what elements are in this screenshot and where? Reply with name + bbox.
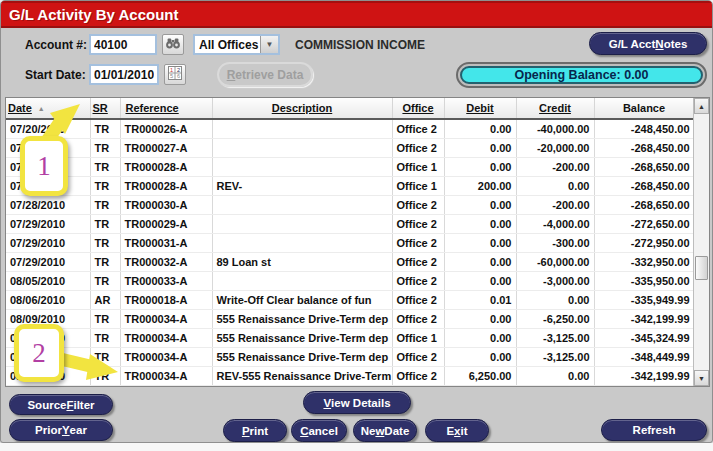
cell-office: Office 2 xyxy=(392,290,444,309)
vertical-scrollbar[interactable]: ▲ ▼ xyxy=(693,98,709,386)
exit-button[interactable]: Exit xyxy=(425,419,489,442)
retrieve-data-button[interactable]: Retrieve Data xyxy=(217,62,313,87)
binoculars-icon xyxy=(165,37,181,52)
title-bar: G/L Activity By Account xyxy=(1,1,712,28)
cell-reference: TR000030-A xyxy=(120,195,212,214)
cell-reference: TR000018-A xyxy=(120,290,212,309)
refresh-button[interactable]: Refresh xyxy=(601,419,707,441)
cell-sr: TR xyxy=(90,176,120,195)
table-row[interactable]: 07/29/2010TRTR000032-A89 Loan stOffice 2… xyxy=(6,252,694,271)
grid-table: Date▲ SR Reference Description Office De… xyxy=(6,98,695,386)
cell-sr: TR xyxy=(90,214,120,233)
new-date-button[interactable]: New Date xyxy=(353,419,417,442)
cell-description: 555 Renaissance Drive-Term dep xyxy=(212,328,392,347)
cell-date: 07/29/2010 xyxy=(6,252,90,271)
scrollbar-thumb[interactable] xyxy=(695,256,708,280)
column-header-reference[interactable]: Reference xyxy=(120,98,212,119)
cell-balance: -248,450.00 xyxy=(594,119,694,138)
cancel-button[interactable]: Cancel xyxy=(291,419,347,442)
grid-body: 07/20/2010TRTR000026-AOffice 20.00-40,00… xyxy=(6,119,694,385)
scroll-down-button[interactable]: ▼ xyxy=(694,370,709,386)
cell-description xyxy=(212,233,392,252)
cell-date: 08/06/2010 xyxy=(6,290,90,309)
cell-reference: TR000028-A xyxy=(120,176,212,195)
cell-sr: TR xyxy=(90,157,120,176)
cell-balance: -345,324.99 xyxy=(594,328,694,347)
column-header-office[interactable]: Office xyxy=(392,98,444,119)
table-row[interactable]: 08/09/2010TRTR000034-A555 Renaissance Dr… xyxy=(6,328,694,347)
table-row[interactable]: 08/09/2010TRTR000034-AREV-555 Renaissanc… xyxy=(6,366,694,385)
prior-year-button[interactable]: Prior Year xyxy=(9,419,113,441)
table-row[interactable]: 08/05/2010TRTR000033-AOffice 20.00-3,000… xyxy=(6,271,694,290)
cell-office: Office 2 xyxy=(392,138,444,157)
cell-sr: TR xyxy=(90,252,120,271)
column-header-balance[interactable]: Balance xyxy=(594,98,694,119)
cell-reference: TR000028-A xyxy=(120,157,212,176)
grid-header-row: Date▲ SR Reference Description Office De… xyxy=(6,98,694,119)
cell-description: Write-Off Clear balance of fun xyxy=(212,290,392,309)
cell-office: Office 2 xyxy=(392,195,444,214)
cell-date: 07/28/2010 xyxy=(6,195,90,214)
scroll-up-button[interactable]: ▲ xyxy=(694,98,709,114)
callout-1-number: 1 xyxy=(37,151,51,182)
cell-reference: TR000034-A xyxy=(120,309,212,328)
cell-reference: TR000027-A xyxy=(120,138,212,157)
table-row[interactable]: 08/09/2010TRTR000034-A555 Renaissance Dr… xyxy=(6,347,694,366)
table-row[interactable]: 07/21/2010TRTR000027-AOffice 20.00-20,00… xyxy=(6,138,694,157)
cell-sr: TR xyxy=(90,138,120,157)
table-row[interactable]: 08/06/2010ARTR000018-AWrite-Off Clear ba… xyxy=(6,290,694,309)
cell-sr: TR xyxy=(90,328,120,347)
account-name-text: COMMISSION INCOME xyxy=(295,38,425,52)
table-row[interactable]: 07/26/2010TRTR000028-AOffice 10.00-200.0… xyxy=(6,157,694,176)
cell-debit: 0.01 xyxy=(444,290,516,309)
table-row[interactable]: 07/20/2010TRTR000026-AOffice 20.00-40,00… xyxy=(6,119,694,138)
cell-reference: TR000034-A xyxy=(120,328,212,347)
chevron-down-icon: ▼ xyxy=(260,36,278,53)
cell-credit: -4,000.00 xyxy=(516,214,594,233)
cell-balance: -268,450.00 xyxy=(594,138,694,157)
cell-credit: -60,000.00 xyxy=(516,252,594,271)
cell-debit: 0.00 xyxy=(444,214,516,233)
start-date-input[interactable] xyxy=(89,64,159,85)
column-header-debit[interactable]: Debit xyxy=(444,98,516,119)
svg-text:6: 6 xyxy=(177,73,180,79)
cell-balance: -335,950.00 xyxy=(594,271,694,290)
cell-credit: 0.00 xyxy=(516,366,594,385)
print-button[interactable]: Print xyxy=(223,419,287,442)
cell-sr: TR xyxy=(90,309,120,328)
cell-balance: -342,199.99 xyxy=(594,309,694,328)
table-row[interactable]: 07/29/2010TRTR000029-AOffice 20.00-4,000… xyxy=(6,214,694,233)
triangle-up-icon: ▲ xyxy=(698,103,705,110)
opening-balance-text: Opening Balance: 0.00 xyxy=(460,66,703,84)
cell-office: Office 2 xyxy=(392,366,444,385)
column-header-sr[interactable]: SR xyxy=(90,98,120,119)
cell-debit: 0.00 xyxy=(444,271,516,290)
cell-description xyxy=(212,119,392,138)
svg-text:1: 1 xyxy=(170,67,173,73)
view-details-button[interactable]: View Details xyxy=(303,391,411,414)
cell-sr: TR xyxy=(90,195,120,214)
table-row[interactable]: 07/28/2010TRTR000030-AOffice 20.00-200.0… xyxy=(6,195,694,214)
cell-reference: TR000031-A xyxy=(120,233,212,252)
cell-office: Office 1 xyxy=(392,328,444,347)
column-header-date[interactable]: Date▲ xyxy=(6,98,90,119)
table-row[interactable]: 07/26/2010TRTR000028-AREV-Office 1200.00… xyxy=(6,176,694,195)
opening-balance-badge: Opening Balance: 0.00 xyxy=(456,62,707,88)
cell-credit: -6,250.00 xyxy=(516,309,594,328)
account-lookup-button[interactable] xyxy=(162,34,184,55)
column-header-description[interactable]: Description xyxy=(212,98,392,119)
cell-description: REV- xyxy=(212,176,392,195)
callout-2-number: 2 xyxy=(32,338,46,369)
calendar-picker-button[interactable]: 1 2 5 6 xyxy=(164,64,186,85)
column-header-credit[interactable]: Credit xyxy=(516,98,594,119)
account-input[interactable] xyxy=(89,34,157,55)
table-row[interactable]: 08/09/2010TRTR000034-A555 Renaissance Dr… xyxy=(6,309,694,328)
cell-balance: -272,950.00 xyxy=(594,233,694,252)
cell-description xyxy=(212,138,392,157)
cell-description: REV-555 Renaissance Drive-Term xyxy=(212,366,392,385)
office-filter-dropdown[interactable]: All Offices ▼ xyxy=(193,34,280,55)
source-filter-button[interactable]: Source Filter xyxy=(9,394,113,415)
table-row[interactable]: 07/29/2010TRTR000031-AOffice 20.00-300.0… xyxy=(6,233,694,252)
gl-acct-notes-button[interactable]: G/L Acct Notes xyxy=(589,32,707,55)
cell-reference: TR000032-A xyxy=(120,252,212,271)
